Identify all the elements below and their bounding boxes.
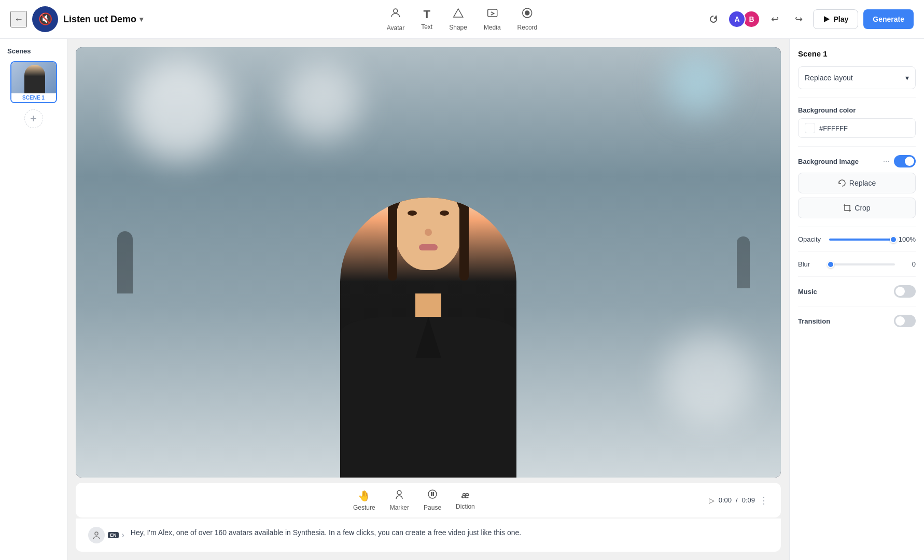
svg-point-0 <box>394 9 398 13</box>
tool-shape-label: Shape <box>449 24 467 31</box>
script-expand-arrow[interactable]: › <box>122 530 124 540</box>
opacity-value: 100% <box>899 235 916 243</box>
text-icon: T <box>423 8 430 21</box>
avatar-person <box>330 187 527 478</box>
color-swatch <box>805 123 815 133</box>
timeline-play-icon[interactable]: ▷ <box>709 496 715 505</box>
tool-media-label: Media <box>484 24 501 31</box>
play-button[interactable]: Play <box>813 9 858 29</box>
opacity-row: Opacity 100% <box>798 235 916 243</box>
script-text[interactable]: Hey, I'm Alex, one of over 160 avatars a… <box>131 527 768 538</box>
transition-toggle[interactable] <box>894 315 916 327</box>
collaborator-avatar-1: A <box>728 10 746 28</box>
ctrl-pause[interactable]: Pause <box>424 489 441 511</box>
person-eye-right <box>440 211 449 216</box>
blur-section: Blur 0 <box>798 260 916 268</box>
person-face <box>395 198 462 270</box>
marker-icon <box>394 489 404 502</box>
controls-row: 🤚 Gesture Marker Pause <box>88 489 768 511</box>
script-row: EN › Hey, I'm Alex, one of over 160 avat… <box>88 527 768 543</box>
generate-label: Generate <box>873 15 904 23</box>
color-input-row[interactable]: #FFFFFF <box>798 118 916 138</box>
topbar: ← 🔇 Listen uct Demo ▾ Avatar T Text Shap… <box>0 0 924 39</box>
video-canvas[interactable] <box>76 47 781 478</box>
person-shirt <box>340 317 516 478</box>
diction-icon: æ <box>461 490 469 501</box>
bg-person-left <box>117 231 133 293</box>
blur-row: Blur 0 <box>798 260 916 268</box>
person-hair-right <box>459 198 469 281</box>
ctrl-marker-label: Marker <box>390 504 409 511</box>
bg-color-header: Background color <box>798 106 916 114</box>
language-badge: EN <box>108 532 119 538</box>
replace-layout-dropdown[interactable]: Replace layout ▾ <box>798 66 916 89</box>
person-lips <box>419 244 438 250</box>
project-dropdown-arrow[interactable]: ▾ <box>139 15 143 23</box>
timeline-more-button[interactable]: ⋮ <box>759 495 768 506</box>
svg-point-10 <box>95 532 98 535</box>
replace-button[interactable]: Replace <box>798 173 916 193</box>
blur-slider-thumb[interactable] <box>827 261 834 268</box>
script-area: EN › Hey, I'm Alex, one of over 160 avat… <box>76 519 781 552</box>
redo-button[interactable]: ↪ <box>789 10 808 29</box>
svg-rect-8 <box>431 492 432 496</box>
shape-icon <box>453 7 464 22</box>
bg-person-right <box>737 236 750 288</box>
tool-shape[interactable]: Shape <box>449 7 467 31</box>
bg-image-more-button[interactable]: ··· <box>883 157 890 166</box>
tool-avatar[interactable]: Avatar <box>387 7 404 32</box>
background-image-section: Background image ··· Replace Crop <box>798 155 916 218</box>
tool-avatar-label: Avatar <box>387 24 404 32</box>
person-eye-left <box>408 211 417 216</box>
bg-image-label: Background image <box>798 158 859 165</box>
main-area: Scenes SCENE 1 + <box>0 39 924 560</box>
ctrl-diction[interactable]: æ Diction <box>456 490 475 510</box>
add-scene-button[interactable]: + <box>24 109 43 128</box>
refresh-button[interactable] <box>704 10 723 29</box>
back-button[interactable]: ← <box>10 11 27 27</box>
collaborators: A B <box>728 10 760 28</box>
ctrl-marker[interactable]: Marker <box>390 489 409 511</box>
bg-image-toggle[interactable] <box>894 155 916 167</box>
opacity-section: Opacity 100% <box>798 235 916 243</box>
divider-5 <box>798 276 916 277</box>
divider-2 <box>798 146 916 147</box>
music-toggle[interactable] <box>894 285 916 298</box>
bg-light-3 <box>667 52 729 115</box>
avatar-icon <box>389 7 402 22</box>
tool-record[interactable]: Record <box>517 7 538 31</box>
topbar-right: A B ↩ ↪ Play Generate <box>704 9 914 29</box>
time-current: 0:00 <box>719 496 732 504</box>
crop-button[interactable]: Crop <box>798 198 916 218</box>
blur-label: Blur <box>798 260 824 268</box>
scenes-panel: Scenes SCENE 1 + <box>0 39 67 560</box>
canvas-area: 🤚 Gesture Marker Pause <box>67 39 789 560</box>
replace-layout-label: Replace layout <box>805 74 853 82</box>
time-display: ▷ 0:00 / 0:09 ⋮ <box>709 495 768 506</box>
opacity-slider-thumb[interactable] <box>890 236 897 243</box>
svg-point-4 <box>525 11 529 15</box>
opacity-slider-track <box>829 239 893 241</box>
record-icon <box>522 7 533 22</box>
ctrl-gesture[interactable]: 🤚 Gesture <box>353 489 375 511</box>
opacity-label: Opacity <box>798 235 824 243</box>
video-background <box>76 47 781 478</box>
transition-label: Transition <box>798 317 830 325</box>
scene-thumbnail-1[interactable]: SCENE 1 <box>10 61 57 103</box>
play-label: Play <box>833 15 848 23</box>
undo-icon: ↩ <box>771 13 779 25</box>
ctrl-diction-label: Diction <box>456 503 475 510</box>
scene-panel-title: Scene 1 <box>798 49 916 58</box>
music-section: Music <box>798 285 916 298</box>
media-icon <box>486 7 498 22</box>
bg-light-2 <box>283 63 361 141</box>
undo-button[interactable]: ↩ <box>765 10 784 29</box>
tool-media[interactable]: Media <box>484 7 501 31</box>
svg-rect-9 <box>433 492 435 496</box>
tool-text[interactable]: T Text <box>421 8 432 31</box>
bg-image-controls: ··· <box>883 155 916 167</box>
topbar-center-tools: Avatar T Text Shape Media Record <box>387 7 538 32</box>
generate-button[interactable]: Generate <box>863 9 914 29</box>
tool-record-label: Record <box>517 24 538 31</box>
scene-label-1: SCENE 1 <box>11 93 56 102</box>
